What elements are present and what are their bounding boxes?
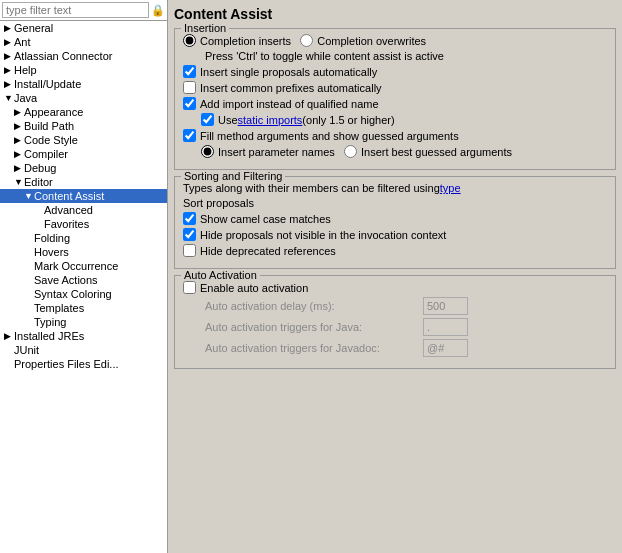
right-panel: Content Assist Insertion Completion inse…	[168, 0, 622, 553]
sort-proposals-label: Sort proposals	[183, 197, 254, 209]
tree-arrow-installedjres	[4, 331, 14, 341]
insert-best-radio[interactable]	[344, 145, 357, 158]
clear-filter-icon[interactable]: 🔒	[151, 4, 165, 17]
tree-item-junit[interactable]: JUnit	[0, 343, 167, 357]
completion-overwrites-radio[interactable]	[300, 34, 313, 47]
auto-activation-section: Auto Activation Enable auto activation A…	[174, 275, 616, 369]
enable-auto-checkbox[interactable]	[183, 281, 196, 294]
tree-label-compiler: Compiler	[24, 148, 68, 160]
add-import-checkbox[interactable]	[183, 97, 196, 110]
triggers-javadoc-input[interactable]	[423, 339, 468, 357]
hide-proposals-checkbox[interactable]	[183, 228, 196, 241]
tree-item-hovers[interactable]: Hovers	[0, 245, 167, 259]
tree-label-junit: JUnit	[14, 344, 39, 356]
type-link[interactable]: type	[440, 182, 461, 194]
tree-arrow-codestyle	[14, 135, 24, 145]
tree-item-buildpath[interactable]: Build Path	[0, 119, 167, 133]
static-imports-link[interactable]: static imports	[238, 114, 303, 126]
fill-method-row: Fill method arguments and show guessed a…	[183, 129, 607, 142]
tree-item-installedjres[interactable]: Installed JREs	[0, 329, 167, 343]
auto-activation-legend: Auto Activation	[181, 269, 260, 281]
completion-inserts-radio[interactable]	[183, 34, 196, 47]
use-static-row: Use static imports (only 1.5 or higher)	[183, 113, 607, 126]
tree-arrow-ant	[4, 37, 14, 47]
tree-label-atlassian: Atlassian Connector	[14, 50, 112, 62]
insert-single-checkbox[interactable]	[183, 65, 196, 78]
tree-item-content-assist[interactable]: Content Assist	[0, 189, 167, 203]
sorting-legend: Sorting and Filtering	[181, 170, 285, 182]
triggers-java-input[interactable]	[423, 318, 468, 336]
enable-auto-row: Enable auto activation	[183, 281, 607, 294]
filter-input[interactable]	[2, 2, 149, 18]
tree-item-install[interactable]: Install/Update	[0, 77, 167, 91]
hide-proposals-label: Hide proposals not visible in the invoca…	[200, 229, 446, 241]
tree-item-markoccurrence[interactable]: Mark Occurrence	[0, 259, 167, 273]
completion-inserts-label: Completion inserts	[200, 35, 291, 47]
tree-label-appearance: Appearance	[24, 106, 83, 118]
tree-arrow-editor	[14, 177, 24, 187]
tree-label-advanced: Advanced	[44, 204, 93, 216]
tree-item-appearance[interactable]: Appearance	[0, 105, 167, 119]
delay-row: Auto activation delay (ms):	[183, 297, 607, 315]
tree-item-propertiesfilesedit[interactable]: Properties Files Edi...	[0, 357, 167, 371]
insert-param-radio[interactable]	[201, 145, 214, 158]
tree-item-debug[interactable]: Debug	[0, 161, 167, 175]
insert-best-label: Insert best guessed arguments	[361, 146, 512, 158]
hide-deprecated-checkbox[interactable]	[183, 244, 196, 257]
insert-common-label: Insert common prefixes automatically	[200, 82, 382, 94]
tree-item-saveactions[interactable]: Save Actions	[0, 273, 167, 287]
sorting-description-row: Types along with their members can be fi…	[183, 182, 607, 194]
tree-label-saveactions: Save Actions	[34, 274, 98, 286]
tree-arrow-content-assist	[24, 191, 34, 201]
tree-item-editor[interactable]: Editor	[0, 175, 167, 189]
fill-method-checkbox[interactable]	[183, 129, 196, 142]
sort-proposals-row: Sort proposals	[183, 197, 607, 209]
add-import-row: Add import instead of qualified name	[183, 97, 607, 110]
insert-single-label: Insert single proposals automatically	[200, 66, 377, 78]
show-camel-checkbox[interactable]	[183, 212, 196, 225]
tree-label-editor: Editor	[24, 176, 53, 188]
fill-method-label: Fill method arguments and show guessed a…	[200, 130, 459, 142]
tree-item-favorites[interactable]: Favorites	[0, 217, 167, 231]
tree-item-folding[interactable]: Folding	[0, 231, 167, 245]
hint-text: Press 'Ctrl' to toggle while content ass…	[183, 50, 607, 62]
tree-label-install: Install/Update	[14, 78, 81, 90]
tree-arrow-java	[4, 93, 14, 103]
tree-label-syntaxcoloring: Syntax Coloring	[34, 288, 112, 300]
tree-item-codestyle[interactable]: Code Style	[0, 133, 167, 147]
delay-input[interactable]	[423, 297, 468, 315]
insertion-section: Insertion Completion inserts Completion …	[174, 28, 616, 170]
triggers-java-row: Auto activation triggers for Java:	[183, 318, 607, 336]
tree-item-general[interactable]: General	[0, 21, 167, 35]
insertion-legend: Insertion	[181, 22, 229, 34]
tree-item-help[interactable]: Help	[0, 63, 167, 77]
tree-label-favorites: Favorites	[44, 218, 89, 230]
hide-deprecated-row: Hide deprecated references	[183, 244, 607, 257]
tree-label-templates: Templates	[34, 302, 84, 314]
tree-item-compiler[interactable]: Compiler	[0, 147, 167, 161]
tree-label-markoccurrence: Mark Occurrence	[34, 260, 118, 272]
tree-item-syntaxcoloring[interactable]: Syntax Coloring	[0, 287, 167, 301]
tree-item-ant[interactable]: Ant	[0, 35, 167, 49]
tree-item-atlassian[interactable]: Atlassian Connector	[0, 49, 167, 63]
show-camel-row: Show camel case matches	[183, 212, 607, 225]
completion-inserts-row: Completion inserts Completion overwrites	[183, 34, 607, 47]
insert-common-checkbox[interactable]	[183, 81, 196, 94]
tree-item-templates[interactable]: Templates	[0, 301, 167, 315]
tree-label-typing: Typing	[34, 316, 66, 328]
tree-arrow-buildpath	[14, 121, 24, 131]
hide-proposals-row: Hide proposals not visible in the invoca…	[183, 228, 607, 241]
use-static-checkbox[interactable]	[201, 113, 214, 126]
tree-label-java: Java	[14, 92, 37, 104]
tree-label-general: General	[14, 22, 53, 34]
tree-label-installedjres: Installed JREs	[14, 330, 84, 342]
tree-label-ant: Ant	[14, 36, 31, 48]
tree-arrow-appearance	[14, 107, 24, 117]
insert-param-label: Insert parameter names	[218, 146, 335, 158]
show-camel-label: Show camel case matches	[200, 213, 331, 225]
tree-item-advanced[interactable]: Advanced	[0, 203, 167, 217]
tree-item-java[interactable]: Java	[0, 91, 167, 105]
insert-common-row: Insert common prefixes automatically	[183, 81, 607, 94]
tree-item-typing[interactable]: Typing	[0, 315, 167, 329]
tree-label-propertiesfilesedit: Properties Files Edi...	[14, 358, 119, 370]
